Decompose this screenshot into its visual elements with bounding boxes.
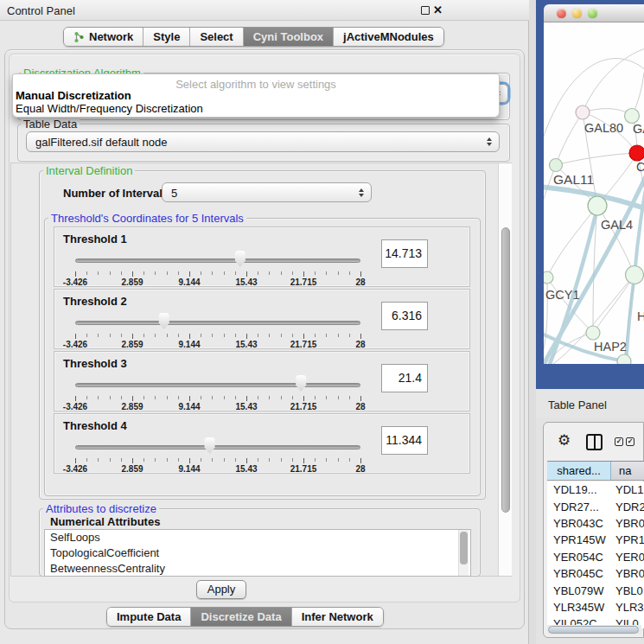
table-row[interactable]: YDR27... YDR2 <box>547 498 644 514</box>
table-data-combobox[interactable]: galFiltered.sif default node <box>26 131 500 152</box>
network-node-gal11[interactable] <box>550 159 563 172</box>
tick-label: 28 <box>341 464 380 474</box>
table-row[interactable]: YPR145W YPR1 <box>547 532 644 548</box>
tab-infer-network[interactable]: Infer Network <box>292 608 383 626</box>
column-header-shared-name[interactable]: shared... <box>547 462 611 480</box>
slider-track[interactable] <box>75 258 360 263</box>
threshold-value-field[interactable]: 14.713 <box>381 239 428 268</box>
slider-thumb[interactable] <box>203 437 216 454</box>
mac-minimize-icon[interactable] <box>572 9 582 18</box>
tab-discretize-data[interactable]: Discretize Data <box>191 608 291 626</box>
threshold-label: Threshold 3 <box>63 357 127 370</box>
tick-label: 21.715 <box>284 402 323 411</box>
slider-thumb[interactable] <box>233 251 246 267</box>
threshold-value-field[interactable]: 21.4 <box>381 364 428 392</box>
network-node-gal4[interactable] <box>588 196 607 215</box>
threshold-label: Threshold 4 <box>63 419 127 432</box>
cell-shared-name: YBL079W <box>547 584 611 597</box>
table-row[interactable]: YBL079W YBL0 <box>547 582 644 598</box>
table-body: YDL19... YDL1 YDR27... YDR2 YBR043C YBR0… <box>547 481 644 628</box>
table-row[interactable]: YBR043C YBR0 <box>547 515 644 532</box>
tick-label: 15.43 <box>226 402 266 411</box>
node-label: HAP2 <box>594 340 627 354</box>
tick-label: 15.43 <box>226 340 266 349</box>
checkbox-icon[interactable]: ✓ <box>626 437 634 446</box>
checkbox-icon[interactable]: ✓ <box>615 437 623 446</box>
node-label: GAL4 <box>601 218 633 232</box>
threshold-slider[interactable] <box>75 255 360 267</box>
vertical-scrollbar[interactable] <box>498 163 512 576</box>
slider-track[interactable] <box>75 321 360 325</box>
column-header-name[interactable]: na <box>611 462 644 480</box>
dropdown-option-equal-width[interactable]: Equal Width/Frequency Discretization <box>16 102 203 115</box>
list-item[interactable]: TopologicalCoefficient <box>45 545 470 561</box>
threshold-value-field[interactable]: 11.344 <box>381 426 428 455</box>
network-node-selected[interactable] <box>629 145 644 161</box>
threshold-label: Threshold 1 <box>63 233 127 245</box>
network-node-gal80[interactable] <box>576 105 590 119</box>
tab-jactivemnodules[interactable]: jActiveMNodules <box>334 28 443 46</box>
threshold-value-field[interactable]: 6.316 <box>381 302 428 330</box>
cell-shared-name: YDR27... <box>547 501 611 513</box>
slider-minor-ticks <box>75 271 361 275</box>
control-panel-titlebar <box>0 0 529 21</box>
network-icon <box>73 31 85 43</box>
list-item[interactable]: SelfLoops <box>45 530 470 545</box>
tick-label: -3.426 <box>55 464 95 474</box>
network-node[interactable] <box>617 354 631 364</box>
tick-label: 28 <box>341 402 380 411</box>
threshold-slider[interactable] <box>75 317 360 329</box>
tick-label: 21.715 <box>284 464 323 474</box>
horizontal-scrollbar[interactable] <box>547 625 641 634</box>
apply-button[interactable]: Apply <box>196 580 246 599</box>
network-node[interactable] <box>626 266 644 284</box>
column-layout-icon[interactable] <box>586 434 603 450</box>
table-panel-title: Table Panel <box>548 399 607 411</box>
threshold-slider[interactable] <box>75 379 360 392</box>
cell-shared-name: YBR043C <box>547 517 611 530</box>
cell-shared-name: YDL19... <box>547 483 611 496</box>
threshold-slider[interactable] <box>75 442 360 454</box>
network-node-hap2[interactable] <box>586 326 600 340</box>
tick-label: 28 <box>341 340 380 349</box>
tab-style[interactable]: Style <box>143 28 190 46</box>
tick-label: 2.859 <box>112 277 152 287</box>
network-node[interactable] <box>625 109 640 124</box>
tick-label: 2.859 <box>112 340 152 349</box>
close-icon[interactable]: ✕ <box>433 3 443 16</box>
tab-impute-data[interactable]: Impute Data <box>107 608 191 626</box>
slider-track[interactable] <box>75 383 360 387</box>
threshold-panel: Threshold 1 -3.4262.8599.14415.4321.7152… <box>54 226 470 287</box>
tick-label: -3.426 <box>55 340 95 349</box>
table-row[interactable]: YER054C YER0 <box>547 549 644 565</box>
slider-track[interactable] <box>75 445 360 450</box>
network-canvas[interactable]: GAL80 GA GAL11 C GAL4 GCY1 H HAP2 <box>544 22 644 364</box>
table-row[interactable]: YLR345W YLR3 <box>547 599 644 615</box>
list-scrollbar[interactable] <box>458 530 469 576</box>
number-of-intervals-combobox[interactable]: 5 <box>162 182 372 202</box>
table-row[interactable]: YBR045C YBR0 <box>547 565 644 582</box>
dropdown-option-manual[interactable]: Manual Discretization <box>16 89 131 102</box>
interval-definition-label: Interval Definition <box>43 164 135 177</box>
network-node-gcy1[interactable] <box>544 271 553 284</box>
tab-cyni-toolbox[interactable]: Cyni Toolbox <box>244 28 334 46</box>
scrollbar-thumb[interactable] <box>501 227 510 513</box>
slider-thumb[interactable] <box>157 313 170 329</box>
tab-network[interactable]: Network <box>64 28 143 46</box>
cell-name: YDL1 <box>611 483 644 496</box>
scrollbar-thumb[interactable] <box>460 532 468 564</box>
mac-zoom-icon[interactable] <box>588 9 597 18</box>
mac-close-icon[interactable] <box>557 9 566 18</box>
gear-icon[interactable]: ⚙ <box>558 432 571 450</box>
tab-select[interactable]: Select <box>190 28 243 46</box>
float-window-icon[interactable] <box>421 6 430 15</box>
slider-thumb[interactable] <box>295 375 308 392</box>
scrollbar-thumb[interactable] <box>548 626 639 634</box>
threshold-label: Threshold 2 <box>63 295 127 308</box>
list-item[interactable]: BetweennessCentrality <box>45 561 470 577</box>
node-label: C <box>636 160 644 174</box>
panel-divider[interactable] <box>529 0 536 644</box>
tick-label: -3.426 <box>55 277 95 287</box>
table-row[interactable]: YDL19... YDL1 <box>547 481 644 498</box>
numerical-attributes-list[interactable]: SelfLoopsTopologicalCoefficientBetweenne… <box>44 529 471 577</box>
